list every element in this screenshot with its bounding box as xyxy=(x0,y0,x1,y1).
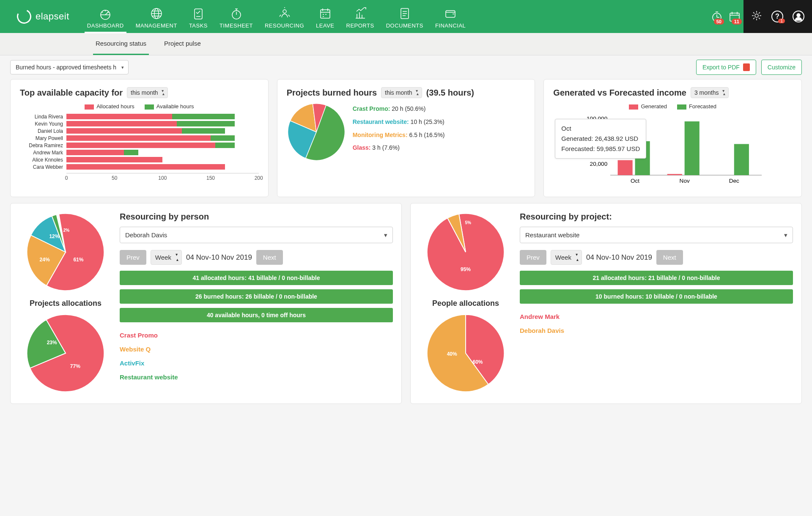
export-label: Export to PDF xyxy=(702,64,740,71)
project-left: 95% 5% People allocations 40% 60% xyxy=(419,212,512,395)
pie-label-40: 40% xyxy=(447,351,457,357)
burned-period-select[interactable]: this month xyxy=(381,87,422,98)
nav-label: DASHBOARD xyxy=(87,22,124,29)
wallet-icon xyxy=(443,6,458,21)
person-next-button[interactable]: Next xyxy=(256,250,283,265)
capacity-row-label: Cara Webber xyxy=(20,164,66,170)
nav-label: TIMESHEET xyxy=(219,22,253,29)
nav-tasks[interactable]: TASKS xyxy=(183,0,214,33)
person-project-item[interactable]: ActivFix xyxy=(120,356,393,370)
nav-timesheet[interactable]: TIMESHEET xyxy=(214,0,259,33)
export-pdf-button[interactable]: Export to PDF xyxy=(696,60,756,75)
person-lower-pie: 23% 77% xyxy=(25,313,106,395)
project-person-item[interactable]: Deborah Davis xyxy=(520,324,793,338)
legend-swatch-generated xyxy=(629,104,638,110)
project-period-select[interactable]: Week xyxy=(551,250,582,265)
person-bar-burned: 26 burned hours: 26 billable / 0 non-bil… xyxy=(120,289,393,304)
person-project-list: Crast PromoWebsite QActivFixRestaurant w… xyxy=(120,328,393,384)
svg-text:Nov: Nov xyxy=(680,178,690,184)
capacity-period-select[interactable]: this month xyxy=(127,87,168,98)
subtab-resourcing-status[interactable]: Resourcing status xyxy=(93,33,149,55)
card-burned: Projects burned hours this month (39.5 h… xyxy=(277,79,535,197)
burned-legend-item: Glass: 3 h (7.6%) xyxy=(353,141,445,154)
capacity-row-label: Daniel Lola xyxy=(20,128,66,134)
nav-label: LEAVE xyxy=(316,22,334,29)
pie-label-95: 95% xyxy=(461,266,471,272)
project-date-controls: Prev Week 04 Nov-10 Nov 2019 Next xyxy=(520,250,793,265)
capacity-row: Debra Ramirez xyxy=(20,142,259,149)
help-button[interactable]: ? 1 xyxy=(771,11,783,22)
card-capacity: Top available capacity for this month Al… xyxy=(10,79,269,197)
project-next-button[interactable]: Next xyxy=(656,250,683,265)
nav-management[interactable]: MANAGEMENT xyxy=(130,0,183,33)
project-title: Resourcing by project: xyxy=(520,212,793,222)
panel-project: 95% 5% People allocations 40% 60% Resour… xyxy=(410,203,802,404)
pie-label-12: 12% xyxy=(49,233,59,239)
person-period-select[interactable]: Week xyxy=(151,250,182,265)
card-income: Generated vs Forecasted income 3 months … xyxy=(543,79,802,197)
profile-button[interactable] xyxy=(793,11,804,22)
pie-label-61: 61% xyxy=(73,257,83,263)
burned-legend-list: Crast Promo: 20 h (50.6%)Restaurant webs… xyxy=(353,102,445,154)
capacity-row-label: Kevin Young xyxy=(20,121,66,127)
svg-text:Oct: Oct xyxy=(631,178,639,184)
burned-legend-item: Crast Promo: 20 h (50.6%) xyxy=(353,102,445,115)
pie-label-2: 2% xyxy=(63,228,69,232)
capacity-legend: Allocated hours Available hours xyxy=(20,103,259,110)
svg-rect-3 xyxy=(195,9,202,19)
income-tooltip: Oct Generated: 26,438.92 USD Forecasted:… xyxy=(555,119,646,159)
project-lower-pie: 40% 60% xyxy=(425,313,506,395)
svg-rect-16 xyxy=(618,160,633,175)
gear-icon xyxy=(751,10,762,21)
burned-pie xyxy=(287,102,346,163)
project-select[interactable]: Restaurant website xyxy=(520,227,793,243)
brand-logo-icon xyxy=(15,7,33,26)
burned-pie-wrap: Crast Promo: 20 h (50.6%)Restaurant webs… xyxy=(287,102,526,163)
pie-label-77: 77% xyxy=(70,363,80,369)
project-prev-button[interactable]: Prev xyxy=(520,250,546,265)
capacity-row: Mary Powell xyxy=(20,134,259,142)
person-date-range: 04 Nov-10 Nov 2019 xyxy=(186,253,252,262)
burned-legend-item: Restaurant website: 10 h (25.3%) xyxy=(353,115,445,129)
capacity-row-label: Alice Knnoles xyxy=(20,157,66,163)
project-people-list: Andrew MarkDeborah Davis xyxy=(520,310,793,338)
income-period-select[interactable]: 3 months xyxy=(691,87,729,98)
capacity-row: Daniel Lola xyxy=(20,127,259,134)
project-person-item[interactable]: Andrew Mark xyxy=(520,310,793,324)
brand-name: elapseit xyxy=(36,11,69,22)
nav-reports[interactable]: REPORTS xyxy=(340,0,380,33)
person-project-item[interactable]: Website Q xyxy=(120,342,393,356)
nav-dashboard[interactable]: DASHBOARD xyxy=(81,0,130,33)
person-project-item[interactable]: Restaurant website xyxy=(120,370,393,384)
person-select[interactable]: Deborah Davis xyxy=(120,227,393,243)
subtab-project-pulse[interactable]: Project pulse xyxy=(162,33,203,55)
nav-dark-area: ? 1 xyxy=(743,0,812,33)
pie-label-60: 60% xyxy=(472,359,483,365)
nav-right: 50 11 xyxy=(708,0,743,33)
nav-resourcing[interactable]: RESOURCING xyxy=(259,0,310,33)
nav-calendar-button[interactable]: 11 xyxy=(726,0,743,33)
legend-swatch-allocated xyxy=(85,104,94,110)
person-prev-button[interactable]: Prev xyxy=(120,250,146,265)
settings-button[interactable] xyxy=(751,10,762,23)
project-bar-burned: 10 burned hours: 10 billable / 0 non-bil… xyxy=(520,289,793,304)
nav-documents[interactable]: DOCUMENTS xyxy=(380,0,429,33)
svg-point-5 xyxy=(283,10,286,13)
filter-select[interactable]: Burned hours - approved timesheets h xyxy=(10,60,129,74)
nav-financial[interactable]: FINANCIAL xyxy=(429,0,472,33)
clock-badge: 50 xyxy=(714,19,724,25)
person-project-item[interactable]: Crast Promo xyxy=(120,328,393,342)
customize-button[interactable]: Customize xyxy=(761,60,802,75)
nav-label: DOCUMENTS xyxy=(386,22,423,29)
capacity-row: Alice Knnoles xyxy=(20,156,259,163)
nav-clock-button[interactable]: 50 xyxy=(708,0,726,33)
panel-person: 61% 24% 12% 2% Projects allocations 23% … xyxy=(10,203,402,404)
sub-tabs: Resourcing status Project pulse xyxy=(0,33,812,55)
person-date-controls: Prev Week 04 Nov-10 Nov 2019 Next xyxy=(120,250,393,265)
legend-swatch-forecasted xyxy=(677,104,686,110)
nav-leave[interactable]: LEAVE xyxy=(310,0,340,33)
brand[interactable]: elapseit xyxy=(0,0,81,33)
project-right: Resourcing by project: Restaurant websit… xyxy=(520,212,793,395)
top-cards-row: Top available capacity for this month Al… xyxy=(0,79,812,203)
svg-point-12 xyxy=(797,14,800,17)
